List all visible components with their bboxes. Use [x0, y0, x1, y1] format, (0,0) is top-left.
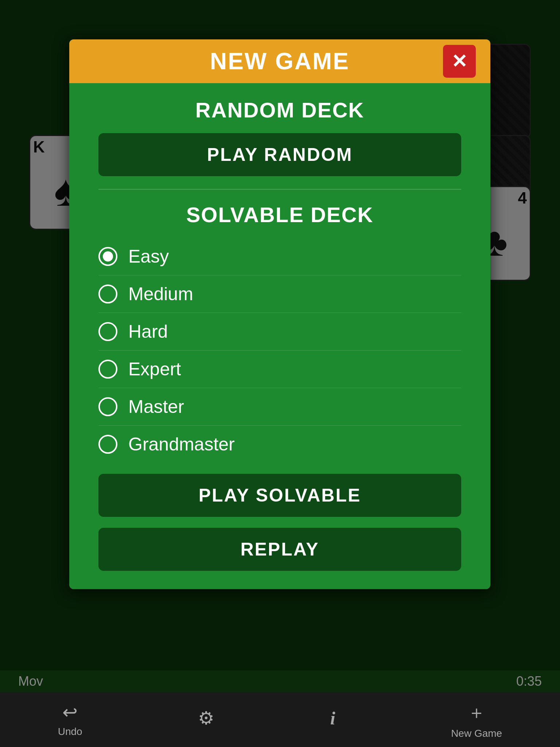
new-game-label: New Game — [451, 728, 502, 739]
new-game-dialog: NEW GAME ✕ RANDOM DECK PLAY RANDOM SOLVA… — [69, 39, 490, 589]
radio-easy — [98, 247, 117, 266]
undo-toolbar-item[interactable]: ↩ Undo — [58, 702, 82, 738]
difficulty-grandmaster[interactable]: Grandmaster — [98, 426, 461, 463]
play-random-button[interactable]: PLAY RANDOM — [98, 133, 461, 176]
random-deck-heading: RANDOM DECK — [98, 98, 461, 122]
gear-icon: ⚙ — [198, 708, 214, 729]
random-deck-section: RANDOM DECK PLAY RANDOM — [98, 98, 461, 176]
difficulty-medium[interactable]: Medium — [98, 275, 461, 313]
difficulty-master-label: Master — [128, 396, 184, 417]
difficulty-master[interactable]: Master — [98, 388, 461, 426]
close-button[interactable]: ✕ — [443, 45, 476, 78]
difficulty-medium-label: Medium — [128, 283, 193, 305]
plus-icon: ＋ — [467, 700, 486, 725]
radio-medium — [98, 285, 117, 303]
undo-icon: ↩ — [62, 702, 78, 723]
radio-hard — [98, 322, 117, 341]
undo-label: Undo — [58, 726, 82, 738]
radio-expert — [98, 360, 117, 379]
solvable-deck-heading: SOLVABLE DECK — [98, 202, 461, 227]
dialog-header: NEW GAME ✕ — [69, 39, 490, 83]
settings-toolbar-item[interactable]: ⚙ — [198, 708, 214, 732]
section-divider — [98, 189, 461, 190]
new-game-toolbar-item[interactable]: ＋ New Game — [451, 700, 502, 739]
info-icon: i — [330, 708, 335, 729]
play-solvable-button[interactable]: PLAY SOLVABLE — [98, 474, 461, 517]
dialog-title: NEW GAME — [117, 48, 443, 75]
difficulty-grandmaster-label: Grandmaster — [128, 434, 235, 455]
replay-button[interactable]: REPLAY — [98, 528, 461, 571]
radio-master — [98, 397, 117, 416]
difficulty-easy-label: Easy — [128, 246, 169, 267]
difficulty-expert-label: Expert — [128, 359, 181, 380]
info-toolbar-item[interactable]: i — [330, 708, 335, 732]
radio-grandmaster — [98, 435, 117, 454]
moves-label: Mov — [18, 674, 43, 689]
difficulty-hard-label: Hard — [128, 321, 168, 342]
difficulty-expert[interactable]: Expert — [98, 351, 461, 388]
dialog-body: RANDOM DECK PLAY RANDOM SOLVABLE DECK Ea… — [69, 83, 490, 589]
difficulty-list: Easy Medium Hard Expert Master — [98, 238, 461, 463]
timer: 0:35 — [516, 674, 542, 689]
solvable-deck-section: SOLVABLE DECK Easy Medium Hard Exper — [98, 202, 461, 517]
status-bar: Mov 0:35 — [0, 670, 560, 692]
bottom-toolbar: ↩ Undo ⚙ i ＋ New Game — [0, 692, 560, 747]
difficulty-hard[interactable]: Hard — [98, 313, 461, 351]
difficulty-easy[interactable]: Easy — [98, 238, 461, 275]
